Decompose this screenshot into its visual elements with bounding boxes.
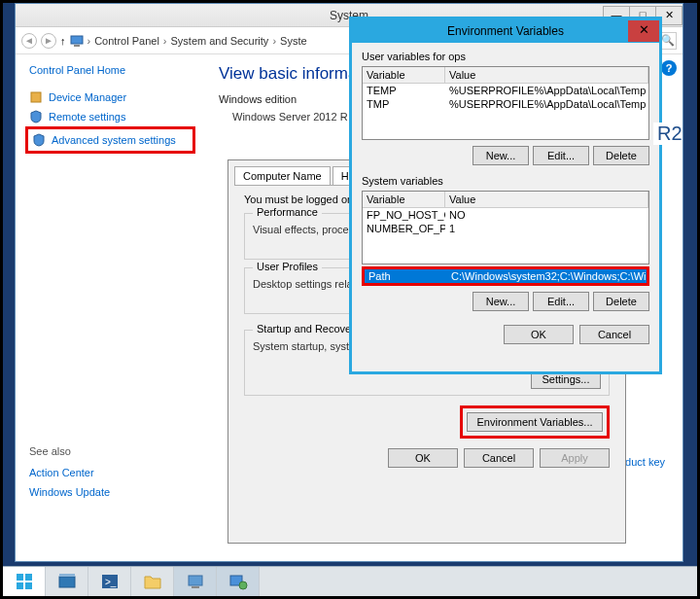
start-button[interactable] bbox=[3, 567, 46, 596]
powershell-icon: >_ bbox=[100, 572, 120, 591]
user-vars-header: User variables for ops bbox=[362, 51, 649, 62]
user-var-row[interactable]: TEMP%USERPROFILE%\AppData\Local\Temp bbox=[363, 84, 648, 97]
user-delete-button[interactable]: Delete bbox=[593, 146, 649, 165]
computer-icon bbox=[70, 34, 84, 48]
sidebar-remote-settings[interactable]: Remote settings bbox=[29, 107, 192, 126]
action-center-link[interactable]: Action Center bbox=[29, 463, 192, 482]
device-manager-icon bbox=[29, 90, 43, 104]
sys-var-row[interactable]: NUMBER_OF_PRO...1 bbox=[363, 222, 648, 235]
cancel-button[interactable]: Cancel bbox=[464, 448, 534, 468]
env-title: Environment Variables bbox=[447, 24, 564, 38]
user-edit-button[interactable]: Edit... bbox=[533, 146, 589, 165]
svg-rect-7 bbox=[59, 577, 75, 587]
taskbar: >_ bbox=[3, 566, 697, 596]
apply-button[interactable]: Apply bbox=[540, 448, 610, 468]
svg-rect-1 bbox=[74, 45, 80, 47]
tab-computer-name[interactable]: Computer Name bbox=[234, 166, 331, 185]
svg-text:>_: >_ bbox=[105, 577, 117, 587]
control-panel-icon bbox=[186, 572, 205, 591]
user-new-button[interactable]: New... bbox=[472, 146, 529, 165]
env-cancel-button[interactable]: Cancel bbox=[579, 325, 649, 344]
svg-point-14 bbox=[239, 581, 247, 589]
windows-update-link[interactable]: Windows Update bbox=[29, 482, 192, 502]
breadcrumb-item[interactable]: System and Security bbox=[171, 35, 269, 47]
breadcrumb-item[interactable]: Control Panel bbox=[94, 35, 159, 47]
control-panel-home-link[interactable]: Control Panel Home bbox=[29, 64, 192, 76]
forward-button[interactable]: ► bbox=[41, 33, 56, 49]
r2-badge: R2 bbox=[653, 123, 682, 145]
breadcrumb-item[interactable]: Syste bbox=[280, 35, 307, 47]
taskbar-explorer[interactable] bbox=[131, 567, 174, 596]
svg-rect-4 bbox=[25, 574, 32, 581]
user-var-row[interactable]: TMP%USERPROFILE%\AppData\Local\Temp bbox=[363, 97, 648, 111]
ok-button[interactable]: OK bbox=[388, 448, 458, 468]
svg-rect-8 bbox=[59, 574, 75, 577]
shield-icon bbox=[29, 110, 43, 123]
taskbar-system-properties[interactable] bbox=[217, 567, 260, 596]
sidebar-device-manager[interactable]: Device Manager bbox=[29, 88, 192, 107]
taskbar-server-manager[interactable] bbox=[46, 567, 88, 596]
windows-logo-icon bbox=[16, 573, 33, 590]
sys-delete-button[interactable]: Delete bbox=[593, 292, 649, 311]
environment-variables-dialog: Environment Variables ✕ User variables f… bbox=[349, 17, 662, 374]
sys-edit-button[interactable]: Edit... bbox=[533, 292, 589, 311]
see-also-header: See also bbox=[29, 445, 192, 457]
taskbar-control-panel[interactable] bbox=[174, 567, 217, 596]
sys-var-row[interactable]: FP_NO_HOST_CH...NO bbox=[363, 208, 648, 222]
shield-icon bbox=[32, 133, 46, 147]
env-ok-button[interactable]: OK bbox=[504, 325, 574, 344]
sidebar-advanced-system-settings[interactable]: Advanced system settings bbox=[25, 126, 195, 154]
system-properties-icon bbox=[228, 572, 248, 591]
environment-variables-button[interactable]: Environment Variables... bbox=[467, 412, 603, 432]
sys-vars-list[interactable]: Variable Value FP_NO_HOST_CH...NO NUMBER… bbox=[362, 191, 649, 264]
server-manager-icon bbox=[57, 572, 77, 591]
help-icon[interactable]: ? bbox=[661, 60, 677, 76]
taskbar-powershell[interactable]: >_ bbox=[88, 567, 131, 596]
env-titlebar: Environment Variables ✕ bbox=[352, 19, 659, 43]
svg-rect-3 bbox=[17, 574, 23, 581]
env-close-button[interactable]: ✕ bbox=[628, 20, 659, 42]
user-vars-list[interactable]: Variable Value TEMP%USERPROFILE%\AppData… bbox=[362, 66, 649, 140]
up-button[interactable]: ↑ bbox=[60, 35, 66, 47]
svg-rect-6 bbox=[25, 582, 32, 589]
folder-icon bbox=[143, 572, 162, 591]
svg-rect-0 bbox=[71, 36, 83, 44]
sys-var-row-selected[interactable]: PathC:\Windows\system32;C:\Windows;C:\Wi… bbox=[365, 269, 647, 283]
sys-vars-header: System variables bbox=[362, 175, 649, 187]
sys-new-button[interactable]: New... bbox=[472, 292, 529, 311]
svg-rect-5 bbox=[17, 582, 23, 589]
back-button[interactable]: ◄ bbox=[21, 33, 37, 49]
svg-rect-11 bbox=[189, 576, 202, 585]
svg-rect-12 bbox=[192, 586, 199, 588]
svg-rect-2 bbox=[31, 92, 41, 102]
sidebar: Control Panel Home Device Manager Remote… bbox=[16, 54, 205, 561]
